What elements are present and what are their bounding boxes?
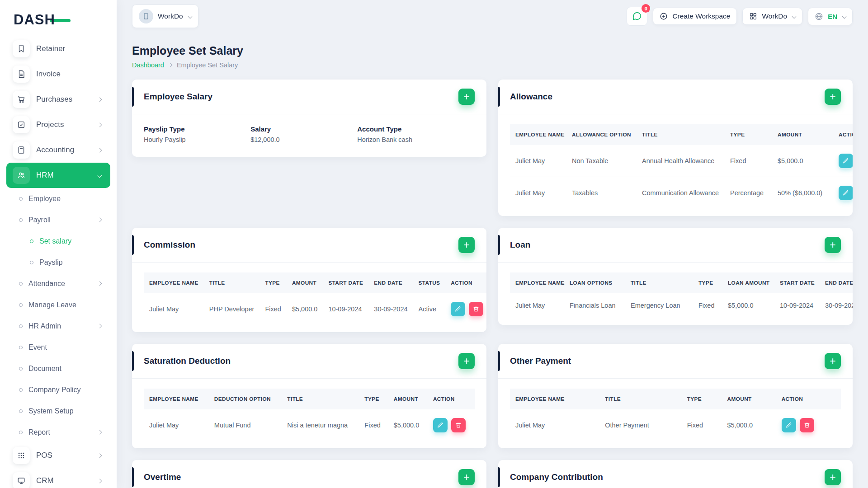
sidebar-item-label: Report [28,428,50,436]
plus-circle-icon [660,12,668,20]
sidebar-item-purchases[interactable]: Purchases [6,87,110,112]
edit-button[interactable] [839,154,853,168]
messages-button[interactable]: 0 [627,7,647,26]
edit-button[interactable] [839,186,853,200]
sidebar-item-document[interactable]: Document [6,358,110,379]
sidebar-item-event[interactable]: Event [6,337,110,358]
retainer-icon [13,40,30,57]
breadcrumb-dashboard-link[interactable]: Dashboard [132,61,164,69]
column-header: Type [682,389,722,409]
sidebar-item-hrm[interactable]: HRM [6,163,110,188]
sidebar-item-report[interactable]: Report [6,422,110,443]
add-employee-salary-button[interactable]: + [458,89,475,105]
overtime-card: Overtime + [132,460,486,488]
table-cell: $5,000.0 [287,293,323,325]
sidebar-item-set-salary[interactable]: Set salary [6,230,110,252]
add-saturation-deduction-button[interactable]: + [458,353,475,369]
add-overtime-button[interactable]: + [458,469,475,485]
sidebar-item-invoice[interactable]: Invoice [6,61,110,87]
sidebar-item-retainer[interactable]: Retainer [6,36,110,61]
chevron-down-icon [792,14,797,19]
bullet-icon [19,303,23,307]
card-header: Commission + [132,228,486,263]
card-body: Employee Name Deduction Option Title Typ… [132,379,486,448]
delete-button[interactable] [800,418,814,432]
column-header: Amount [772,124,833,145]
table-cell: 10-09-2024 [774,293,820,318]
delete-button[interactable] [469,302,483,316]
trash-icon [455,422,462,428]
card-title: Saturation Deduction [144,356,231,366]
table-header-row: Employee Name Loan Options Title Type Lo… [510,272,853,293]
card-body: Employee Name Title Type Amount Action J… [498,379,853,448]
sidebar-item-label: HR Admin [28,322,61,330]
language-label: EN [828,13,837,20]
delete-button[interactable] [451,418,466,432]
add-loan-button[interactable]: + [825,237,841,253]
table-cell: Fixed [259,293,286,325]
chevron-right-icon [98,122,102,127]
column-header: Title [599,389,681,409]
table-cell: Fixed [725,145,772,177]
card-body: Employee Name Loan Options Title Type Lo… [498,263,853,325]
sidebar-item-projects[interactable]: Projects [6,112,110,137]
sidebar-item-label: HRM [36,171,54,180]
sidebar-item-label: Attendance [28,280,65,288]
column-header: Loan Options [564,272,625,293]
workspace-selector[interactable]: WorkDo [132,5,198,28]
column-header: Amount [287,272,323,293]
table-cell: PHP Developer [204,293,260,325]
add-commission-button[interactable]: + [458,237,475,253]
column-header: Amount [388,389,428,409]
sidebar-item-label: POS [36,451,52,460]
column-header: Title [625,272,693,293]
add-company-contribution-button[interactable]: + [825,469,841,485]
grid-icon [749,12,757,20]
sidebar-item-payroll[interactable]: Payroll [6,209,110,230]
add-other-payment-button[interactable]: + [825,353,841,369]
sidebar-item-employee[interactable]: Employee [6,188,110,209]
sidebar-item-hr-admin[interactable]: HR Admin [6,315,110,337]
table-row: Juliet May PHP Developer Fixed $5,000.0 … [144,293,486,325]
sidebar-item-label: System Setup [28,407,74,415]
sidebar-item-payslip[interactable]: Payslip [6,252,110,273]
column-header: Type [693,272,722,293]
table-cell: $5,000.0 [388,409,428,441]
workdo-menu-button[interactable]: WorkDo [742,8,802,25]
edit-button[interactable] [782,418,796,432]
create-workspace-button[interactable]: Create Workspace [653,8,737,25]
sidebar-item-label: Event [28,343,47,352]
table-row: Juliet May Non Taxable Annual Health All… [510,145,853,177]
action-cell [833,145,853,177]
card-header: Overtime + [132,460,486,488]
edit-button[interactable] [433,418,448,432]
sidebar-item-accounting[interactable]: Accounting [6,137,110,163]
table-header-row: Employee Name Allowance Option Title Typ… [510,124,853,145]
logo[interactable]: DASH [6,7,110,33]
card-header: Allowance + [498,80,853,114]
chevron-right-icon [98,453,102,458]
edit-button[interactable] [451,302,465,316]
action-cell [428,409,475,441]
sidebar-item-label: Invoice [36,70,61,79]
globe-icon [815,12,823,21]
column-header: Start Date [323,272,368,293]
language-selector[interactable]: EN [808,8,853,25]
sidebar-item-company-policy[interactable]: Company Policy [6,379,110,400]
commission-table: Employee Name Title Type Amount Start Da… [144,272,486,325]
table-row: Juliet May Taxables Communication Allowa… [510,177,853,209]
sidebar-item-manage-leave[interactable]: Manage Leave [6,294,110,315]
chevron-right-icon [98,218,102,222]
pencil-icon [843,190,849,196]
sidebar-item-crm[interactable]: CRM [6,468,110,488]
company-contribution-card: Company Contribution + [498,460,853,488]
sidebar-item-attendance[interactable]: Attendance [6,273,110,294]
sidebar-item-system-setup[interactable]: System Setup [6,400,110,422]
sidebar-item-pos[interactable]: POS [6,443,110,468]
table-header-row: Employee Name Title Type Amount Start Da… [144,272,486,293]
add-allowance-button[interactable]: + [825,89,841,105]
chevron-right-icon [98,430,102,435]
check-square-icon [13,116,30,133]
plus-icon: + [830,472,835,483]
sidebar-item-label: Payroll [28,216,51,224]
